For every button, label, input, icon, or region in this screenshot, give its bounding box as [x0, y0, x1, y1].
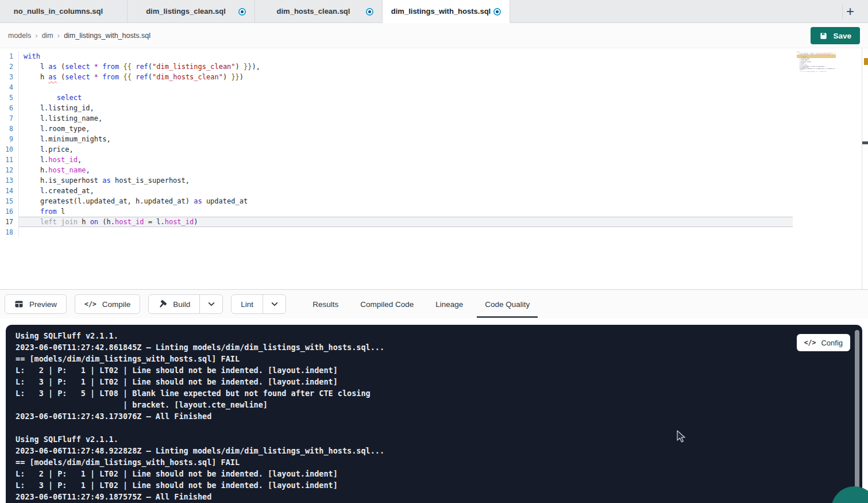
code-line: 5 select — [0, 93, 868, 103]
panel-tab-lineage[interactable]: Lineage — [434, 290, 464, 318]
code-line: 1with — [0, 51, 868, 62]
code-line: 13 h.is_superhost as host_is_superhost, — [0, 175, 868, 186]
tab-label: no_nulls_in_columns.sql — [14, 7, 113, 16]
tab-no_nulls_in_columns.sql[interactable]: no_nulls_in_columns.sql — [0, 0, 128, 22]
tab-dim_listings_with_hosts.sql[interactable]: dim_listings_with_hosts.sql — [383, 0, 510, 23]
lint-log-text: Using SQLFluff v2.1.1. 2023-06-06T11:27:… — [6, 325, 862, 502]
unsaved-changes-icon — [493, 8, 501, 16]
preview-button[interactable]: Preview — [5, 294, 67, 314]
line-number: 1 — [0, 51, 18, 62]
tab-label: dim_listings_clean.sql — [146, 7, 236, 16]
compile-button[interactable]: </> Compile — [75, 294, 140, 314]
line-number: 3 — [0, 72, 18, 82]
unsaved-changes-icon — [366, 8, 373, 16]
code-icon: </> — [84, 300, 97, 308]
save-button[interactable]: Save — [811, 27, 860, 44]
line-number: 5 — [0, 93, 18, 103]
result-panel-tabs: ResultsCompiled CodeLineageCode Quality — [311, 290, 550, 318]
lint-options-button[interactable] — [263, 295, 286, 313]
lint-button[interactable]: Lint — [232, 295, 263, 313]
tab-label: dim_listings_with_hosts.sql — [391, 7, 501, 16]
line-number: 18 — [0, 227, 18, 237]
save-label: Save — [833, 32, 851, 40]
new-tab-button[interactable]: + — [842, 3, 858, 20]
line-number: 2 — [0, 62, 18, 72]
code-line: 11 l.host_id, — [0, 155, 868, 165]
tab-dim_listings_clean.sql[interactable]: dim_listings_clean.sql — [128, 0, 255, 22]
chevron-right-icon: › — [35, 31, 37, 40]
terminal-output[interactable]: Using SQLFluff v2.1.1. 2023-06-06T11:27:… — [6, 325, 862, 503]
hammer-icon — [158, 300, 167, 309]
build-split-button: Build — [148, 294, 223, 314]
panel-tab-results[interactable]: Results — [311, 290, 340, 318]
breadcrumb-item[interactable]: dim_listings_with_hosts.sql — [64, 32, 151, 40]
code-line: 8 l.room_type, — [0, 124, 868, 134]
line-number: 16 — [0, 206, 18, 217]
code-line: 9 l.minimum_nights, — [0, 134, 868, 144]
line-number: 13 — [0, 175, 18, 186]
build-button[interactable]: Build — [149, 295, 199, 313]
floppy-disk-icon — [819, 32, 828, 40]
code-line: 12 h.host_name, — [0, 165, 868, 175]
lint-warning-marker — [864, 58, 868, 65]
unsaved-changes-icon — [238, 8, 246, 16]
line-number: 9 — [0, 134, 18, 144]
build-label: Build — [173, 300, 190, 309]
code-line: 15 greatest(l.updated_at, h.updated_at) … — [0, 196, 868, 206]
breadcrumb: models›dim›dim_listings_with_hosts.sql — [8, 31, 151, 40]
chevron-down-icon — [271, 300, 279, 308]
chevron-down-icon — [207, 300, 215, 308]
code-icon: </> — [804, 339, 816, 347]
line-number: 10 — [0, 144, 18, 155]
code-editor[interactable]: 1with2 l as (select * from {{ ref("dim_l… — [0, 48, 868, 290]
line-number: 6 — [0, 103, 18, 113]
line-number: 11 — [0, 155, 18, 165]
open-file-tabs: no_nulls_in_columns.sqldim_listings_clea… — [0, 0, 510, 22]
code-line: 10 l.price, — [0, 144, 868, 155]
line-number: 14 — [0, 186, 18, 196]
code-line: 4 — [0, 82, 868, 93]
line-number: 7 — [0, 113, 18, 124]
chevron-right-icon: › — [57, 31, 60, 40]
lint-label: Lint — [241, 300, 253, 309]
panel-tab-code-quality[interactable]: Code Quality — [484, 290, 531, 318]
terminal-scrollbar[interactable] — [855, 330, 859, 496]
tab-dim_hosts_clean.sql[interactable]: dim_hosts_clean.sql — [255, 0, 383, 22]
build-options-button[interactable] — [199, 295, 222, 313]
code-line: 2 l as (select * from {{ ref("dim_listin… — [0, 62, 868, 72]
breadcrumb-item[interactable]: dim — [42, 32, 53, 40]
lint-split-button: Lint — [231, 294, 286, 314]
code-line: 6 l.listing_id, — [0, 103, 868, 113]
breadcrumb-item[interactable]: models — [8, 32, 31, 40]
line-number: 17 — [0, 217, 18, 227]
compile-label: Compile — [102, 300, 131, 309]
panel-tab-compiled-code[interactable]: Compiled Code — [359, 290, 415, 318]
code-line: 14 l.created_at, — [0, 186, 868, 196]
line-number: 12 — [0, 165, 18, 175]
code-line: 7 l.listing_name, — [0, 113, 868, 124]
table-icon — [14, 300, 24, 309]
config-label: Config — [821, 339, 843, 347]
tab-label: dim_hosts_clean.sql — [277, 7, 361, 16]
config-button[interactable]: </> Config — [797, 334, 850, 351]
code-line: 16 from l — [0, 206, 868, 217]
code-line: 18 — [0, 227, 868, 237]
minimap-lint-highlight — [797, 55, 836, 58]
preview-label: Preview — [29, 300, 57, 309]
code-line: 17 left join h on (h.host_id = l.host_id… — [0, 217, 868, 227]
editor-action-bar: Preview </> Compile Build Lint — [0, 290, 868, 318]
cursor-position-marker — [862, 141, 868, 144]
line-number: 4 — [0, 82, 18, 93]
code-line: 3 h as (select * from {{ ref("dim_hosts_… — [0, 72, 868, 82]
editor-tab-bar: no_nulls_in_columns.sqldim_listings_clea… — [0, 0, 868, 23]
minimap[interactable]: with l as (select * from {{ ref("dim_lis… — [797, 51, 836, 76]
code-lines: 1with2 l as (select * from {{ ref("dim_l… — [0, 51, 868, 237]
breadcrumb-bar: models›dim›dim_listings_with_hosts.sql S… — [0, 23, 868, 48]
overview-ruler — [862, 48, 868, 289]
line-number: 8 — [0, 124, 18, 134]
line-number: 15 — [0, 196, 18, 206]
